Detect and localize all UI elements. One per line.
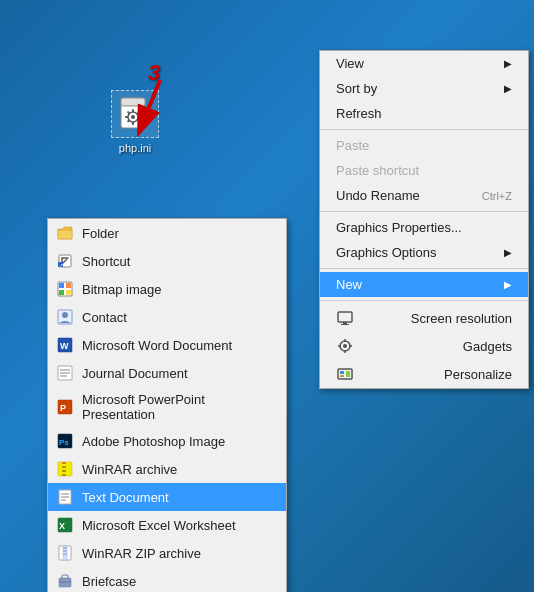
folder-icon <box>56 224 74 242</box>
menu-item-undo-rename[interactable]: Undo Rename Ctrl+Z <box>320 183 528 208</box>
menu-item-gadgets[interactable]: Gadgets <box>320 332 528 360</box>
svg-point-3 <box>131 115 135 119</box>
svg-rect-27 <box>340 375 344 377</box>
menu-item-new[interactable]: New ▶ <box>320 272 528 297</box>
journal-icon <box>56 364 74 382</box>
shortcut-icon: ↗ <box>56 252 74 270</box>
new-menu-item-briefcase[interactable]: Briefcase <box>48 567 286 592</box>
menu-item-sort-by[interactable]: Sort by ▶ <box>320 76 528 101</box>
svg-text:↗: ↗ <box>59 262 63 268</box>
svg-rect-28 <box>58 230 72 239</box>
svg-rect-17 <box>341 324 349 325</box>
svg-text:X: X <box>59 521 65 531</box>
separator-3 <box>320 268 528 269</box>
svg-rect-5 <box>132 122 134 125</box>
bitmap-icon <box>56 280 74 298</box>
word-icon: W <box>56 336 74 354</box>
context-menu-desktop: View ▶ Sort by ▶ Refresh Paste Paste sho… <box>319 50 529 389</box>
svg-rect-52 <box>62 468 66 470</box>
new-menu-item-contact[interactable]: Contact <box>48 303 286 331</box>
svg-point-19 <box>343 344 347 348</box>
contact-icon <box>56 308 74 326</box>
photoshop-icon: Ps <box>56 432 74 450</box>
separator-2 <box>320 211 528 212</box>
new-menu-item-photoshop[interactable]: Ps Adobe Photoshop Image <box>48 427 286 455</box>
winrar-icon <box>56 460 74 478</box>
menu-item-paste-shortcut[interactable]: Paste shortcut <box>320 158 528 183</box>
svg-rect-1 <box>121 98 145 106</box>
new-menu-item-powerpoint[interactable]: P Microsoft PowerPoint Presentation <box>48 387 286 427</box>
menu-item-paste[interactable]: Paste <box>320 133 528 158</box>
svg-rect-51 <box>62 464 66 466</box>
desktop: php.ini 3 1 2 View ▶ Sort by ▶ <box>0 0 534 592</box>
new-menu-item-text[interactable]: Text Document <box>48 483 286 511</box>
briefcase-icon <box>56 572 74 590</box>
screen-resolution-icon <box>336 309 354 327</box>
svg-rect-36 <box>66 290 71 295</box>
new-menu-item-word[interactable]: W Microsoft Word Document <box>48 331 286 359</box>
text-document-icon <box>56 488 74 506</box>
svg-rect-6 <box>125 116 128 118</box>
svg-point-38 <box>62 312 68 318</box>
desktop-icon-label: php.ini <box>119 142 151 154</box>
new-menu-item-bitmap[interactable]: Bitmap image <box>48 275 286 303</box>
svg-rect-53 <box>62 472 66 474</box>
desktop-icon-phpini[interactable]: php.ini <box>100 90 170 154</box>
context-menu-new: Folder ↗ Shortcut <box>47 218 287 592</box>
svg-rect-34 <box>66 283 71 288</box>
personalize-icon <box>336 365 354 383</box>
svg-text:P: P <box>60 403 66 413</box>
new-menu-item-shortcut[interactable]: ↗ Shortcut <box>48 247 286 275</box>
svg-text:W: W <box>60 341 69 351</box>
powerpoint-icon: P <box>56 398 74 416</box>
menu-item-screen-resolution[interactable]: Screen resolution <box>320 304 528 332</box>
new-menu-item-zip[interactable]: WinRAR ZIP archive <box>48 539 286 567</box>
menu-item-personalize[interactable]: Personalize <box>320 360 528 388</box>
zip-icon <box>56 544 74 562</box>
new-menu-item-excel[interactable]: X Microsoft Excel Worksheet <box>48 511 286 539</box>
excel-icon: X <box>56 516 74 534</box>
menu-item-refresh[interactable]: Refresh <box>320 101 528 126</box>
svg-rect-4 <box>132 109 134 112</box>
new-menu-item-folder[interactable]: Folder <box>48 219 286 247</box>
separator-1 <box>320 129 528 130</box>
svg-rect-35 <box>59 290 64 295</box>
svg-rect-15 <box>338 312 352 322</box>
menu-item-view[interactable]: View ▶ <box>320 51 528 76</box>
new-menu-item-journal[interactable]: Journal Document <box>48 359 286 387</box>
svg-rect-26 <box>346 371 350 377</box>
svg-text:Ps: Ps <box>59 438 69 447</box>
svg-rect-7 <box>138 116 141 118</box>
separator-4 <box>320 300 528 301</box>
annotation-3: 3 <box>148 60 160 86</box>
gadgets-icon <box>336 337 354 355</box>
svg-rect-33 <box>59 283 64 288</box>
svg-rect-16 <box>343 322 347 324</box>
new-menu-item-winrar[interactable]: WinRAR archive <box>48 455 286 483</box>
menu-item-graphics-properties[interactable]: Graphics Properties... <box>320 215 528 240</box>
svg-rect-25 <box>340 371 344 374</box>
menu-item-graphics-options[interactable]: Graphics Options ▶ <box>320 240 528 265</box>
php-ini-icon-img <box>111 90 159 138</box>
